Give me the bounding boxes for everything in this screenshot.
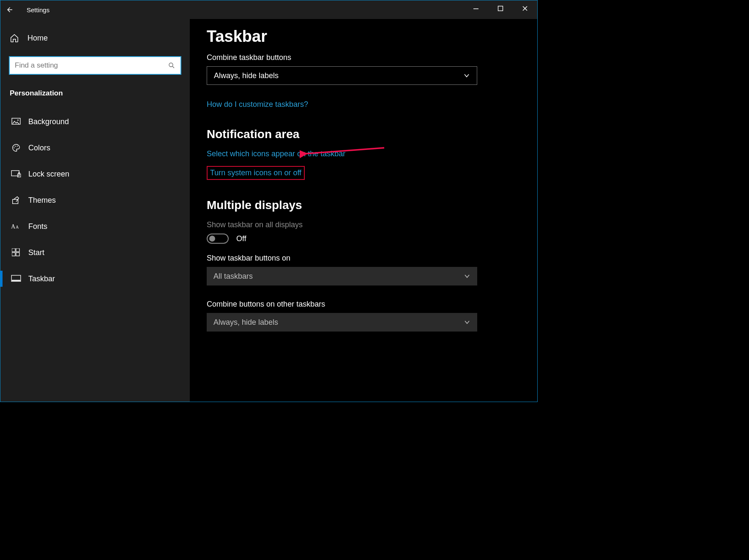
system-icons-link[interactable]: Turn system icons on or off: [210, 169, 301, 177]
sidebar-item-label: Background: [28, 117, 69, 126]
lock-screen-icon: [10, 170, 22, 178]
sidebar-item-background[interactable]: Background: [0, 109, 190, 135]
close-icon: [522, 5, 528, 11]
search-icon: [168, 62, 175, 69]
sidebar: Home Personalization Background Colors: [0, 19, 190, 402]
help-link[interactable]: How do I customize taskbars?: [207, 100, 308, 109]
svg-rect-13: [12, 248, 15, 252]
svg-rect-14: [16, 248, 19, 252]
combine-other-label: Combine buttons on other taskbars: [207, 300, 520, 309]
svg-point-6: [15, 146, 16, 147]
search-input[interactable]: [15, 61, 168, 70]
close-button[interactable]: [513, 0, 537, 16]
sidebar-item-start[interactable]: Start: [0, 239, 190, 266]
image-icon: [10, 118, 22, 125]
sidebar-item-label: Themes: [28, 196, 56, 205]
combine-other-value: Always, hide labels: [213, 318, 278, 327]
combine-other-dropdown[interactable]: Always, hide labels: [207, 313, 477, 332]
sidebar-item-label: Lock screen: [28, 170, 69, 179]
combine-label: Combine taskbar buttons: [207, 53, 520, 62]
themes-icon: [10, 196, 22, 205]
svg-text:A: A: [16, 225, 19, 229]
home-label: Home: [27, 34, 48, 43]
chevron-down-icon: [463, 72, 470, 79]
show-all-state: Off: [236, 234, 246, 243]
palette-icon: [10, 143, 22, 152]
annotation-highlight: Turn system icons on or off: [207, 166, 305, 180]
svg-rect-18: [12, 280, 20, 281]
maximize-button[interactable]: [488, 0, 513, 16]
svg-point-4: [17, 120, 19, 121]
notification-heading: Notification area: [207, 128, 520, 141]
show-all-label: Show taskbar on all displays: [207, 220, 520, 229]
sidebar-item-fonts[interactable]: AA Fonts: [0, 213, 190, 239]
show-buttons-dropdown[interactable]: All taskbars: [207, 267, 477, 285]
sidebar-item-label: Start: [28, 248, 44, 257]
start-icon: [10, 248, 22, 257]
chevron-down-icon: [464, 319, 470, 326]
select-icons-link[interactable]: Select which icons appear on the taskbar: [207, 150, 345, 158]
window-controls: [464, 0, 537, 16]
chevron-down-icon: [464, 273, 470, 280]
home-icon: [10, 33, 22, 43]
combine-value: Always, hide labels: [214, 71, 279, 80]
sidebar-item-lock-screen[interactable]: Lock screen: [0, 161, 190, 187]
svg-point-2: [169, 63, 173, 67]
svg-point-7: [17, 146, 18, 147]
sidebar-item-colors[interactable]: Colors: [0, 135, 190, 161]
page-title: Taskbar: [207, 27, 520, 46]
sidebar-item-label: Fonts: [28, 222, 47, 231]
svg-rect-16: [16, 253, 19, 256]
search-input-wrap[interactable]: [9, 56, 181, 75]
arrow-left-icon: [6, 6, 14, 14]
sidebar-item-label: Colors: [28, 144, 50, 152]
sidebar-section-label: Personalization: [0, 84, 190, 109]
sidebar-item-taskbar[interactable]: Taskbar: [0, 266, 190, 292]
app-title: Settings: [27, 6, 49, 14]
show-all-toggle[interactable]: [207, 234, 229, 244]
svg-text:A: A: [11, 223, 15, 230]
show-buttons-value: All taskbars: [213, 272, 253, 281]
sidebar-item-label: Taskbar: [28, 275, 55, 283]
svg-rect-15: [12, 253, 15, 256]
svg-rect-1: [498, 6, 503, 11]
minimize-button[interactable]: [464, 0, 488, 16]
show-buttons-label: Show taskbar buttons on: [207, 254, 520, 263]
home-button[interactable]: Home: [0, 29, 190, 47]
back-button[interactable]: [0, 0, 19, 19]
fonts-icon: AA: [10, 222, 22, 231]
minimize-icon: [473, 5, 479, 11]
taskbar-icon: [10, 275, 22, 283]
sidebar-item-themes[interactable]: Themes: [0, 187, 190, 213]
multiple-displays-heading: Multiple displays: [207, 198, 520, 212]
svg-rect-0: [473, 8, 478, 9]
combine-dropdown[interactable]: Always, hide labels: [207, 66, 477, 85]
svg-point-5: [14, 147, 14, 148]
titlebar: Settings: [0, 0, 537, 19]
content-area: Taskbar Combine taskbar buttons Always, …: [190, 19, 537, 402]
maximize-icon: [498, 5, 503, 11]
svg-rect-8: [11, 171, 19, 176]
